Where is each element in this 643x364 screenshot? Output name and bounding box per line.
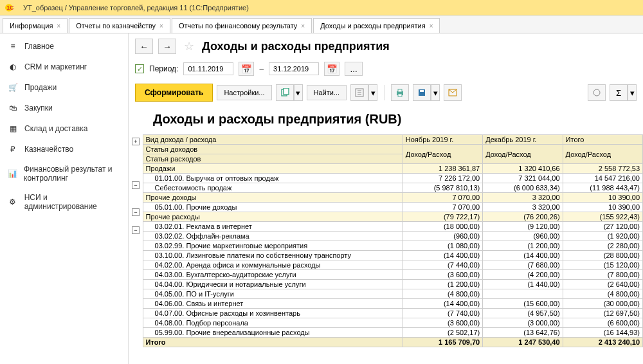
basket-icon: 🛍 bbox=[8, 103, 18, 113]
svg-rect-10 bbox=[398, 94, 402, 96]
titlebar: 1C УТ_образец / Управление торговлей, ре… bbox=[0, 0, 643, 15]
table-row[interactable]: 05.99.00. Прочие внереализационные расхо… bbox=[143, 328, 642, 338]
tab-treasury-reports[interactable]: Отчеты по казначейству× bbox=[69, 18, 170, 33]
table-row[interactable]: 03.02.01. Реклама в интернет(18 000,00)(… bbox=[143, 222, 642, 232]
table-row[interactable]: 04.05.00. ПО и IT-услуги(4 800,00)(4 800… bbox=[143, 289, 642, 299]
expand-icon bbox=[350, 84, 368, 101]
period-label: Период: bbox=[149, 64, 178, 73]
svg-rect-3 bbox=[284, 88, 289, 95]
sidebar-item-finance[interactable]: 📊Финансовый результат и контроллинг bbox=[0, 159, 128, 188]
email-button[interactable] bbox=[444, 84, 462, 101]
settings-button[interactable]: Настройки... bbox=[217, 85, 271, 100]
variants-button[interactable] bbox=[588, 84, 606, 101]
header-total: Итого bbox=[563, 135, 642, 145]
sidebar-item-treasury[interactable]: ₽Казначейство bbox=[0, 139, 128, 159]
table-row[interactable]: 04.02.00. Аренда офиса и коммунальные ра… bbox=[143, 260, 642, 270]
chevron-down-icon: ▾ bbox=[431, 84, 440, 101]
table-row[interactable]: Прочие расходы(79 722,17)(76 200,26)(155… bbox=[143, 212, 642, 222]
print-button[interactable] bbox=[391, 84, 409, 101]
pie-icon: ◐ bbox=[8, 62, 18, 72]
table-row[interactable]: Прочие доходы7 070,003 320,0010 390,00 bbox=[143, 193, 642, 203]
chevron-down-icon: ▾ bbox=[368, 84, 377, 101]
table-row[interactable]: 04.04.00. Юридически и нотариальные услу… bbox=[143, 280, 642, 289]
sidebar-item-warehouse[interactable]: ▦Склад и доставка bbox=[0, 118, 128, 139]
close-icon[interactable]: × bbox=[159, 23, 163, 30]
tab-finance-reports[interactable]: Отчеты по финансовому результату× bbox=[172, 18, 312, 33]
calendar-from-button[interactable]: 📅 bbox=[239, 62, 254, 76]
tree-expand-all[interactable]: + bbox=[132, 138, 140, 145]
sidebar-item-sales[interactable]: 🛒Продажи bbox=[0, 77, 128, 98]
table-row[interactable]: 04.03.00. Бухгалтерско-аудиторские услуг… bbox=[143, 270, 642, 280]
svg-rect-9 bbox=[398, 89, 402, 92]
sidebar-item-purchases[interactable]: 🛍Закупки bbox=[0, 98, 128, 118]
calendar-to-button[interactable]: 📅 bbox=[324, 62, 340, 76]
chevron-down-icon: ▾ bbox=[628, 84, 637, 101]
report-table: Вид дохода / расходаНоябрь 2019 г.Декабр… bbox=[143, 134, 643, 347]
svg-point-14 bbox=[593, 89, 600, 96]
cart-icon: 🛒 bbox=[8, 82, 18, 93]
copy-icon bbox=[276, 84, 294, 101]
table-row[interactable]: Итого1 165 709,701 247 530,402 413 240,1… bbox=[143, 338, 642, 347]
tab-info[interactable]: Информация× bbox=[3, 18, 68, 33]
find-button[interactable]: Найти... bbox=[307, 85, 347, 100]
date-from-input[interactable] bbox=[183, 62, 233, 75]
sidebar-item-nsi[interactable]: ⚙НСИ и администрирование bbox=[0, 188, 128, 216]
period-checkbox[interactable]: ✓ bbox=[135, 64, 144, 73]
table-row[interactable]: 01.01.00. Выручка от оптовых продаж7 226… bbox=[143, 174, 642, 183]
svg-text:1C: 1C bbox=[7, 5, 14, 11]
page-title: Доходы и расходы предприятия bbox=[202, 40, 390, 53]
table-row[interactable]: 03.10.00. Лизинговые платежи по собствен… bbox=[143, 251, 642, 260]
period-more-button[interactable]: ... bbox=[345, 62, 363, 76]
tree-collapse[interactable]: − bbox=[132, 181, 140, 189]
close-icon[interactable]: × bbox=[301, 23, 305, 30]
header-name: Вид дохода / расхода bbox=[143, 135, 403, 145]
tree-gutter: + − − − bbox=[129, 134, 143, 347]
table-row[interactable]: 03.02.99. Прочие маркетинговые мероприят… bbox=[143, 241, 642, 251]
expand-menu-button[interactable]: ▾ bbox=[350, 84, 377, 101]
header-nov: Ноябрь 2019 г. bbox=[403, 135, 482, 145]
sum-menu-button[interactable]: Σ▾ bbox=[610, 84, 637, 101]
table-row[interactable]: 04.08.00. Подбор персонала(3 600,00)(3 0… bbox=[143, 318, 642, 328]
table-row[interactable]: 05.01.00. Прочие доходы7 070,003 320,001… bbox=[143, 203, 642, 212]
star-icon[interactable]: ☆ bbox=[181, 39, 197, 54]
table-row[interactable]: Продажи1 238 361,871 320 410,662 558 772… bbox=[143, 164, 642, 174]
run-button[interactable]: Сформировать bbox=[135, 84, 213, 102]
tree-collapse[interactable]: − bbox=[132, 226, 140, 234]
svg-rect-12 bbox=[420, 90, 424, 92]
tabbar: Информация× Отчеты по казначейству× Отче… bbox=[0, 15, 643, 33]
sidebar-item-crm[interactable]: ◐CRM и маркетинг bbox=[0, 57, 128, 77]
logo-1c: 1C bbox=[5, 3, 18, 13]
back-button[interactable]: ← bbox=[135, 39, 153, 54]
report-title: Доходы и расходы предприятия (RUB) bbox=[129, 107, 643, 134]
table-row[interactable]: 04.07.00. Офисные расходы и хозинвентарь… bbox=[143, 309, 642, 318]
sidebar-item-main[interactable]: ≡Главное bbox=[0, 36, 128, 57]
close-icon[interactable]: × bbox=[430, 23, 433, 30]
tree-collapse[interactable]: − bbox=[132, 208, 140, 216]
tab-income-expenses[interactable]: Доходы и расходы предприятия× bbox=[313, 18, 440, 33]
content: ← → ☆ Доходы и расходы предприятия ✓ Пер… bbox=[129, 33, 643, 364]
window-title: УТ_образец / Управление торговлей, редак… bbox=[23, 4, 249, 12]
header-dec: Декабрь 2019 г. bbox=[483, 135, 563, 145]
menu-icon: ≡ bbox=[8, 41, 18, 51]
copy-menu-button[interactable]: ▾ bbox=[276, 84, 303, 101]
sum-icon: Σ bbox=[610, 84, 628, 101]
save-icon bbox=[413, 84, 431, 101]
gear-icon: ⚙ bbox=[8, 197, 18, 207]
date-to-input[interactable] bbox=[269, 62, 319, 75]
table-row[interactable]: Себестоимость продаж(5 987 810,13)(6 000… bbox=[143, 183, 642, 193]
chevron-down-icon: ▾ bbox=[294, 84, 303, 101]
close-icon[interactable]: × bbox=[57, 23, 60, 30]
ruble-icon: ₽ bbox=[8, 144, 18, 154]
forward-button[interactable]: → bbox=[158, 39, 176, 54]
table-row[interactable]: 04.06.00. Связь и интернет(14 400,00)(15… bbox=[143, 299, 642, 309]
sidebar: ≡Главное ◐CRM и маркетинг 🛒Продажи 🛍Заку… bbox=[0, 33, 129, 364]
table-row[interactable]: 03.02.02. Оффлайн-реклама(960,00)(960,00… bbox=[143, 232, 642, 241]
chart-icon: 📊 bbox=[8, 168, 17, 179]
save-menu-button[interactable]: ▾ bbox=[413, 84, 440, 101]
boxes-icon: ▦ bbox=[8, 123, 18, 134]
